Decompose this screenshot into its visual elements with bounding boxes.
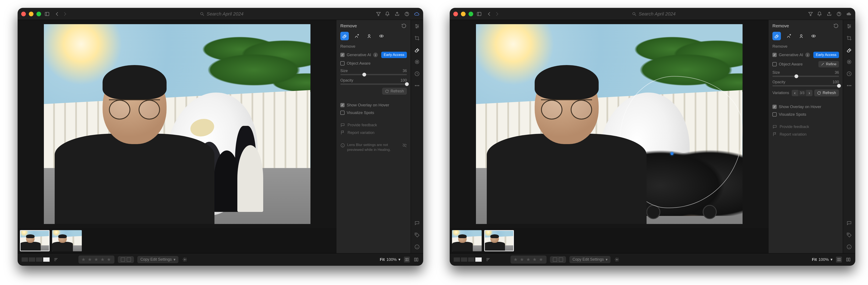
refine-button[interactable]: Refine	[818, 61, 839, 67]
minimize-window[interactable]	[29, 12, 33, 16]
copy-edit-settings-button[interactable]: Copy Edit Settings ▾	[569, 256, 610, 263]
mask-icon[interactable]	[414, 59, 421, 65]
heal-brush-tool[interactable]	[352, 32, 361, 40]
filter-icon[interactable]	[808, 11, 813, 17]
object-aware-checkbox[interactable]	[772, 62, 777, 66]
flag-controls[interactable]	[550, 256, 566, 263]
more-icon[interactable]	[846, 82, 852, 89]
copy-edit-settings-button[interactable]: Copy Edit Settings ▾	[137, 256, 178, 263]
sort-icon[interactable]	[53, 257, 59, 262]
redeye-tool[interactable]	[377, 32, 386, 40]
tag-icon[interactable]	[414, 231, 421, 239]
panel-title: Remove	[772, 23, 789, 28]
filmstrip-thumb[interactable]	[452, 230, 482, 251]
before-after-icon[interactable]	[836, 257, 842, 262]
gear-icon[interactable]	[182, 257, 188, 262]
info-rail-icon[interactable]	[414, 244, 421, 250]
compare-icon[interactable]	[845, 257, 851, 262]
star-rating[interactable]: ★ ★ ★ ★ ★	[510, 256, 547, 263]
before-after-icon[interactable]	[404, 257, 410, 262]
reset-icon[interactable]	[401, 23, 407, 29]
info-icon[interactable]: i	[805, 53, 810, 57]
info-rail-icon[interactable]	[846, 244, 852, 250]
show-overlay-checkbox[interactable]: ✓	[772, 105, 777, 109]
close-window[interactable]	[453, 12, 458, 16]
nav-back-icon[interactable]	[54, 11, 60, 17]
clone-tool[interactable]	[365, 32, 373, 40]
show-overlay-checkbox[interactable]: ✓	[340, 103, 345, 107]
visualize-spots-checkbox[interactable]	[772, 112, 777, 117]
tag-icon[interactable]	[846, 231, 852, 239]
search-bar[interactable]: Search April 2024	[503, 11, 805, 17]
bell-icon[interactable]	[384, 11, 390, 17]
eraser-tool[interactable]	[772, 32, 781, 40]
crop-icon[interactable]	[846, 35, 852, 41]
comments-icon[interactable]	[414, 220, 421, 226]
generative-ai-checkbox[interactable]: ✓	[772, 53, 777, 57]
clone-tool[interactable]	[797, 32, 805, 40]
mask-icon[interactable]	[846, 59, 852, 65]
maximize-window[interactable]	[36, 12, 41, 16]
gear-icon[interactable]	[614, 257, 620, 262]
variations-stepper[interactable]: ‹ 3/3 ›	[792, 90, 812, 96]
reset-icon[interactable]	[833, 23, 839, 29]
nav-forward-icon[interactable]	[62, 11, 68, 17]
minimize-window[interactable]	[461, 12, 466, 16]
help-icon[interactable]	[836, 11, 842, 17]
filmstrip-thumb[interactable]	[20, 230, 50, 251]
filter-icon[interactable]	[375, 11, 381, 17]
image-viewer[interactable]	[450, 20, 769, 228]
maximize-window[interactable]	[469, 12, 473, 16]
object-aware-checkbox[interactable]	[340, 61, 345, 65]
view-mode-selector[interactable]	[22, 257, 50, 262]
share-icon[interactable]	[394, 11, 400, 17]
visualize-spots-checkbox[interactable]	[340, 110, 345, 115]
image-viewer[interactable]	[18, 20, 337, 228]
redeye-tool[interactable]	[809, 32, 818, 40]
nav-back-icon[interactable]	[486, 11, 492, 17]
info-icon[interactable]: i	[373, 53, 378, 57]
panel-toggle-icon[interactable]	[476, 11, 482, 17]
panel-toggle-icon[interactable]	[44, 11, 50, 17]
provide-feedback-link[interactable]: Provide feedback	[772, 124, 839, 129]
hide-notice-icon[interactable]	[402, 143, 407, 149]
help-icon[interactable]	[404, 11, 410, 17]
bell-icon[interactable]	[816, 11, 823, 17]
edit-sliders-icon[interactable]	[846, 23, 852, 30]
opacity-slider[interactable]	[340, 84, 407, 85]
comments-icon[interactable]	[846, 220, 852, 226]
edit-sliders-icon[interactable]	[414, 23, 421, 30]
zoom-control[interactable]: Fit 100% ▾	[812, 257, 833, 262]
close-window[interactable]	[21, 12, 26, 16]
size-slider[interactable]	[772, 76, 839, 77]
opacity-slider[interactable]	[772, 85, 839, 87]
crop-icon[interactable]	[414, 35, 421, 41]
report-variation-link[interactable]: Report variation	[340, 130, 407, 135]
flag-controls[interactable]	[118, 256, 134, 263]
zoom-control[interactable]: Fit 100% ▾	[380, 257, 401, 262]
cloud-sync-icon[interactable]	[846, 11, 852, 17]
versions-icon[interactable]	[414, 70, 421, 77]
size-slider[interactable]	[340, 74, 407, 75]
share-icon[interactable]	[826, 11, 832, 17]
view-mode-selector[interactable]	[454, 257, 482, 262]
eraser-tool[interactable]	[340, 32, 349, 40]
healing-icon[interactable]	[846, 46, 852, 54]
provide-feedback-link[interactable]: Provide feedback	[340, 123, 407, 127]
compare-icon[interactable]	[413, 257, 419, 262]
search-bar[interactable]: Search April 2024	[71, 11, 373, 17]
versions-icon[interactable]	[846, 70, 852, 77]
star-rating[interactable]: ★ ★ ★ ★ ★	[79, 256, 115, 263]
healing-icon[interactable]	[414, 46, 421, 54]
filmstrip-thumb[interactable]	[484, 230, 514, 251]
refresh-button[interactable]: Refresh	[814, 89, 839, 96]
report-variation-link[interactable]: Report variation	[772, 132, 839, 137]
sort-icon[interactable]	[485, 257, 491, 262]
nav-forward-icon[interactable]	[494, 11, 500, 17]
cloud-sync-icon[interactable]	[414, 11, 420, 17]
generative-ai-checkbox[interactable]: ✓	[340, 53, 345, 57]
more-icon[interactable]	[414, 82, 421, 89]
selection-handle[interactable]	[671, 152, 674, 155]
filmstrip-thumb[interactable]	[52, 230, 82, 251]
heal-brush-tool[interactable]	[785, 32, 793, 40]
